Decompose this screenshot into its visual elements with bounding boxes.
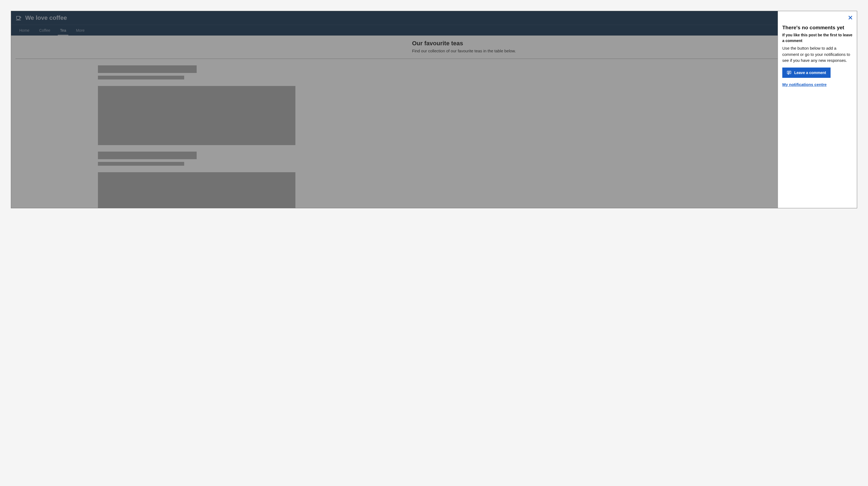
panel-body-text: Use the button below to add a comment or… xyxy=(782,45,852,64)
close-button[interactable] xyxy=(847,14,854,21)
comment-icon xyxy=(786,70,792,75)
leave-comment-label: Leave a comment xyxy=(794,70,826,75)
nav-bar: Home Coffee Tea More xyxy=(11,25,857,35)
close-icon xyxy=(848,15,852,20)
panel-heading: There's no comments yet xyxy=(782,25,852,31)
leave-comment-button[interactable]: Leave a comment xyxy=(782,68,831,78)
app-container: We love coffee Search Home Coffee Tea Mo… xyxy=(11,11,857,208)
skeleton-subheading xyxy=(98,162,184,166)
notifications-link[interactable]: My notifications centre xyxy=(782,82,827,87)
nav-item-more[interactable]: More xyxy=(71,25,90,35)
page-title: Our favourite teas xyxy=(412,40,533,47)
skeleton-content-block xyxy=(98,86,296,145)
brand: We love coffee xyxy=(16,14,67,22)
coffee-cup-icon xyxy=(16,14,22,21)
comments-side-panel: There's no comments yet If you like this… xyxy=(778,11,857,208)
page-subtitle: Find our collection of our favourite tea… xyxy=(412,48,533,53)
content-area: Our favourite teas Find our collection o… xyxy=(11,35,857,208)
nav-item-coffee[interactable]: Coffee xyxy=(34,25,55,35)
brand-title: We love coffee xyxy=(25,14,67,22)
header-bar: We love coffee Search xyxy=(11,11,857,25)
panel-subheading: If you like this post be the first to le… xyxy=(782,32,852,44)
skeleton-heading xyxy=(98,152,197,159)
skeleton-subheading xyxy=(98,76,184,79)
page-header: Our favourite teas Find our collection o… xyxy=(16,35,852,59)
skeleton-section xyxy=(98,152,214,208)
skeleton-heading xyxy=(98,65,197,73)
nav-item-home[interactable]: Home xyxy=(14,25,34,35)
nav-item-tea[interactable]: Tea xyxy=(55,25,71,35)
skeleton-section xyxy=(98,65,214,145)
skeleton-content-block xyxy=(98,172,296,208)
